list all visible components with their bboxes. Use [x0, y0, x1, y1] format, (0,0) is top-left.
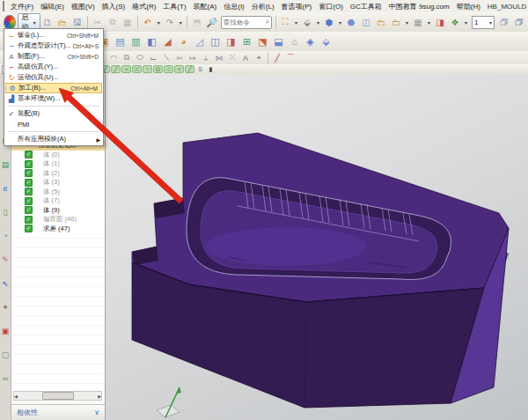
menu-bar-item[interactable]: 插入(S)	[99, 0, 129, 12]
layout-dropdown[interactable]: ▾	[404, 15, 410, 29]
history-icon[interactable]: ▯	[0, 207, 11, 217]
orient-view-icon[interactable]: ⬙	[300, 15, 314, 29]
undo-dropdown[interactable]: ▾	[156, 15, 162, 29]
background-icon[interactable]: ▦	[411, 15, 425, 29]
scene-icon[interactable]: ▢	[0, 350, 11, 360]
menu-bar-item[interactable]: 分析(L)	[248, 0, 278, 12]
menu-bar-item[interactable]: 装配(A)	[190, 0, 221, 12]
start-menu-item[interactable]: ✓ 装配(B)	[5, 108, 102, 119]
web-browser-icon[interactable]: e	[0, 183, 11, 194]
intersection-snap-icon[interactable]: ⤬	[132, 65, 142, 73]
start-menu-item[interactable]	[8, 131, 99, 132]
tree-row[interactable]: ✓ 体 (1)	[11, 159, 105, 169]
quadrant-snap-icon[interactable]: ⊙	[153, 65, 163, 73]
menu-bar-item[interactable]: 文件(F)	[7, 0, 37, 12]
feature-checkbox[interactable]: ✓	[25, 216, 33, 224]
menu-bar-item[interactable]: 格式(R)	[128, 0, 159, 12]
red-line-icon[interactable]: ╱	[271, 52, 283, 63]
cut-icon[interactable]: ✂	[91, 15, 105, 29]
menu-bar-item[interactable]: 帮助(H)	[453, 0, 484, 12]
orient-view-dropdown[interactable]: ▾	[315, 15, 321, 29]
dependencies-icon[interactable]: ∞	[0, 373, 11, 384]
pattern-curve-icon[interactable]: ⧉	[121, 52, 133, 63]
separator[interactable]	[187, 16, 187, 28]
rib-icon[interactable]: ▥	[128, 34, 143, 49]
start-menu-item[interactable]: A 制图(F)... Ctrl+Shift+D	[5, 51, 102, 62]
dependencies-panel-header[interactable]: 相依性 ∨	[11, 404, 105, 420]
graphics-viewport[interactable]	[106, 74, 528, 420]
tree-row[interactable]: ✓ 体 (9)	[11, 206, 105, 216]
draft-icon[interactable]: ◿	[192, 34, 207, 49]
menu-bar-item[interactable]: 工具(T)	[159, 0, 189, 12]
existing-point-snap-icon[interactable]: ○	[164, 65, 173, 73]
chamfer-icon[interactable]: ◢	[160, 34, 175, 49]
fillet-icon[interactable]: ⌙	[147, 52, 159, 63]
point-on-curve-snap-icon[interactable]: ＋	[174, 65, 184, 73]
shell-icon[interactable]: ◧	[144, 34, 159, 49]
intersect-curve-icon[interactable]: ⤫	[226, 52, 238, 63]
edge-blend-icon[interactable]: ◕	[176, 34, 191, 49]
menu-bar-item[interactable]: GC工具箱	[347, 0, 385, 12]
tree-row[interactable]: ✓ 求差 (47)	[11, 225, 105, 234]
menu-bar-item[interactable]: 首选项(P)	[278, 0, 316, 12]
mid-point-snap-icon[interactable]: ╱	[111, 65, 121, 73]
machining-wizard-icon[interactable]: ✦	[0, 302, 11, 313]
wireframe-view-icon[interactable]: ◫	[359, 15, 373, 29]
section-view-icon[interactable]: ◨	[433, 15, 447, 29]
text-icon[interactable]: A	[239, 52, 252, 63]
tree-row[interactable]: ✓ 体 (0)	[11, 151, 105, 160]
arc-center-snap-icon[interactable]: ↑	[143, 65, 152, 73]
roles-icon[interactable]: ▣	[0, 326, 11, 336]
home-view-icon[interactable]: ⌂	[287, 34, 302, 49]
menu-bar-item[interactable]: 信息(I)	[220, 0, 248, 12]
tree-horizontal-scrollbar[interactable]: ◀ ▶	[13, 391, 102, 401]
tree-row[interactable]: ✓ 体 (3)	[11, 178, 105, 188]
feature-checkbox[interactable]: ✓	[25, 225, 33, 232]
feature-checkbox[interactable]: ✓	[25, 197, 33, 205]
collapse-chevron-icon[interactable]: ∨	[94, 409, 99, 416]
save-icon[interactable]: 🖫	[70, 15, 84, 29]
constraint-navigator-icon[interactable]: ▤	[0, 159, 11, 170]
redo-icon[interactable]: ↷	[163, 15, 177, 29]
red-arc-icon[interactable]: ⌒	[284, 52, 297, 63]
work-layer-combo[interactable]: 1 ▾	[472, 16, 495, 29]
feature-checkbox[interactable]: ✓	[25, 188, 33, 195]
notebook-icon[interactable]: ▮	[206, 65, 216, 73]
rendering-style-icon[interactable]: ⬣	[344, 15, 358, 29]
new-file-icon[interactable]: 🗋	[40, 15, 55, 29]
show-hide-icon[interactable]: 🗀	[374, 15, 388, 29]
feature-checkbox[interactable]: ✓	[25, 179, 33, 187]
shaded-view-icon[interactable]: ⬢	[322, 15, 336, 29]
patch-icon[interactable]: ⬔	[255, 34, 270, 49]
start-menu-item[interactable]: ∽ 外观造型设计(T)... Ctrl+Alt+S	[5, 41, 102, 51]
tree-row[interactable]: ✓ 偏置面 (46)	[11, 215, 105, 225]
clip-section-icon[interactable]: ❖	[448, 15, 462, 29]
project-curve-icon[interactable]: ⇣	[200, 52, 212, 63]
point-on-face-snap-icon[interactable]: ╱	[185, 65, 194, 73]
sew-icon[interactable]: ⬓	[271, 34, 286, 49]
open-icon[interactable]: 🗁	[55, 15, 70, 29]
fit-view-icon[interactable]: ⛶	[278, 15, 292, 29]
tree-row[interactable]: ✓ 体 (2)	[11, 169, 105, 179]
feature-checkbox[interactable]: ✓	[25, 151, 33, 158]
feature-checkbox[interactable]: ✓	[25, 160, 33, 168]
offset-face-icon[interactable]: ⊞	[239, 34, 254, 49]
feature-checkbox[interactable]: ✓	[25, 206, 33, 214]
start-menu-item[interactable]: PMI	[5, 119, 102, 129]
measure-icon[interactable]: ⌖	[253, 52, 265, 63]
feature-checkbox[interactable]: ✓	[25, 169, 33, 177]
menu-bar-item[interactable]: 中国教育 9sug.com	[385, 0, 453, 12]
scroll-right-icon[interactable]: ▶	[98, 394, 101, 399]
cube-view-icon[interactable]: ⬙	[319, 34, 334, 49]
search-input[interactable]	[224, 18, 266, 26]
ellipse-icon[interactable]: ⬭	[134, 52, 146, 63]
extend-curve-icon[interactable]: ↦	[187, 52, 199, 63]
split-body-icon[interactable]: ◨	[224, 34, 238, 49]
separator[interactable]	[87, 16, 88, 28]
scroll-left-icon[interactable]: ◀	[14, 394, 18, 399]
shaded-view-dropdown[interactable]: ▾	[337, 15, 343, 29]
start-menu-item[interactable]: 所有应用模块(A) ▶	[5, 134, 102, 144]
clip-section-dropdown[interactable]: ▾	[463, 15, 469, 29]
paste-icon[interactable]: ▦	[121, 15, 135, 29]
menu-bar-item[interactable]: 窗口(O)	[315, 0, 347, 12]
